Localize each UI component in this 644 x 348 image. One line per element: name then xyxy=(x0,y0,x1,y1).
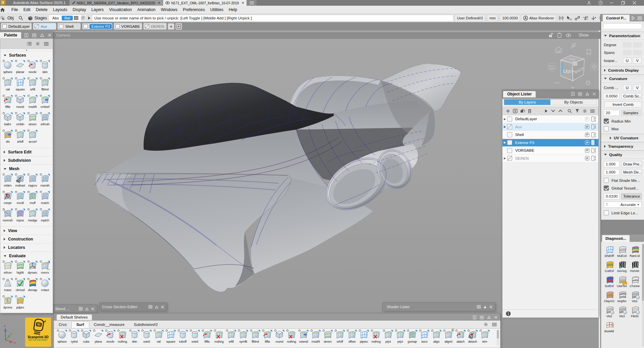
pickable-badge[interactable]: P xyxy=(585,117,589,121)
pickable-badge[interactable]: P xyxy=(585,156,589,160)
section-curvature[interactable]: Curvature xyxy=(601,74,644,83)
palette-menu-icon[interactable] xyxy=(44,42,49,46)
layer-visibility-checkbox[interactable] xyxy=(59,24,63,28)
lister-visibility-checkbox[interactable] xyxy=(507,124,512,129)
shelf-tabbar[interactable]: Default Shelves xyxy=(54,313,500,321)
tool-srfcon[interactable]: srfcon xyxy=(2,261,14,278)
document-tab-active[interactable]: N171_EXT_OML-1607_forBrian_16-07-2019 ✕ xyxy=(163,0,247,6)
tool-medge[interactable]: medge xyxy=(26,208,39,226)
shelf-tool-align-31[interactable]: align xyxy=(430,329,442,343)
layer-chip-vorgabe[interactable]: VORGABE xyxy=(114,23,142,30)
shelf-tool-prjct-27[interactable]: prjct xyxy=(382,329,394,343)
by-layers-tab[interactable]: By Layers xyxy=(504,99,550,105)
radius-min-checkbox[interactable] xyxy=(604,119,609,124)
layer-symmetry-icon[interactable] xyxy=(591,148,594,153)
shelf-tool-revolv-4[interactable]: revolv xyxy=(104,329,116,343)
diagnostics-scrollbar[interactable] xyxy=(642,244,644,346)
panel-list-icon[interactable] xyxy=(480,316,484,319)
accuracy-dropdown[interactable]: TAccurate▼ xyxy=(604,202,642,208)
shelf-tool-attach-33[interactable]: attach xyxy=(454,329,467,343)
lock-icon[interactable] xyxy=(549,33,553,38)
duplicate-icon[interactable] xyxy=(520,109,525,113)
shelf-tool-cylnd-1[interactable]: cylnd xyxy=(68,329,80,343)
diagnostic-usetex[interactable]: UseTex xyxy=(615,275,628,288)
tool-srfmsh[interactable]: srfmsh xyxy=(39,112,51,130)
abs-toggle[interactable]: Abs xyxy=(50,16,62,20)
tool-msbset[interactable]: msbset xyxy=(14,173,26,191)
draw-precision-button[interactable]: Draw Pre... xyxy=(621,161,642,167)
lister-row-aux[interactable]: ▶ Aux P xyxy=(502,123,598,131)
lister-visibility-checkbox[interactable] xyxy=(507,156,512,161)
menu-animation[interactable]: Animation xyxy=(135,7,158,12)
pickable-badge[interactable]: P xyxy=(585,148,589,153)
lister-row-defaultlayer[interactable]: ▶ DefaultLayer P xyxy=(502,115,598,123)
panel-list-icon[interactable] xyxy=(79,307,83,310)
layer-symmetry-icon[interactable] xyxy=(591,132,594,137)
collapse-all-icon[interactable] xyxy=(558,110,562,112)
home-icon[interactable] xyxy=(0,8,9,12)
diagnostic-mulcol[interactable]: MulCol xyxy=(615,245,628,258)
diagnostic-curevl[interactable]: CurEvl xyxy=(603,260,615,273)
lister-visibility-checkbox[interactable] xyxy=(507,132,512,137)
tool-stnsm[interactable]: stnsm xyxy=(26,112,39,130)
shelf-tool-rail-8[interactable]: rail xyxy=(153,329,165,343)
shelf-tool-nothng-26[interactable]: nothng xyxy=(370,329,382,343)
lister-gear-icon[interactable] xyxy=(583,109,587,113)
shelf-tool-extrd-7[interactable]: extrd xyxy=(141,329,153,343)
panel-resize-icon[interactable] xyxy=(473,316,476,319)
shelf-tool-gomap-29[interactable]: gomap xyxy=(406,329,418,343)
menu-file[interactable]: File xyxy=(9,7,21,12)
shelf-tab-surf[interactable]: Surf xyxy=(71,321,89,328)
tool-dvmap[interactable]: dvmap xyxy=(26,278,39,295)
pick-nothing-icon[interactable]: 3x xyxy=(567,16,572,20)
panel-collapse-icon[interactable] xyxy=(155,305,158,308)
lister-row-shell[interactable]: Shell P xyxy=(502,131,598,139)
shelf-tool-nothng-13[interactable]: nothng xyxy=(213,329,225,343)
visibility-eye-icon[interactable] xyxy=(566,33,571,37)
obj-label[interactable]: Obj xyxy=(7,16,14,20)
search-icon[interactable] xyxy=(18,16,23,20)
comb-scale-button[interactable]: Comb Sc... xyxy=(621,93,642,99)
menu-layouts[interactable]: Layouts xyxy=(50,7,70,12)
new-layer-button[interactable]: + xyxy=(168,23,174,30)
tolerance-button[interactable]: Tolerance xyxy=(621,193,642,199)
document-tab-inactive[interactable]: N061_RR_SIERRA_EXT_Ideation_BPO_04032020… xyxy=(69,0,163,6)
shelf-tool-stnsm-22[interactable]: stnsm xyxy=(322,329,334,343)
shelf-window-tab[interactable]: Default Shelves xyxy=(57,315,92,320)
shelf-tool-filfla-12[interactable]: filfla xyxy=(201,329,213,343)
panel-collapse-icon[interactable] xyxy=(586,92,589,95)
diagnostic-filest[interactable]: FileSt xyxy=(628,305,641,318)
user-account-icon[interactable] xyxy=(587,1,598,5)
tool-square[interactable]: square xyxy=(14,77,26,95)
lister-row-vorgabe[interactable]: VORGABE P xyxy=(502,147,598,155)
diagnostics-tab[interactable]: Diagnosti... xyxy=(602,235,630,242)
limit-edge-checkbox[interactable] xyxy=(604,210,609,215)
tool-srfill[interactable]: srfill xyxy=(26,77,39,95)
link-icon[interactable] xyxy=(575,16,580,20)
menu-preferences[interactable]: Preferences xyxy=(180,7,208,12)
blend-panel-titlebar[interactable]: Blend ... xyxy=(52,304,97,313)
panel-list-icon[interactable] xyxy=(32,33,36,37)
object-lister-titlebar[interactable]: Object Lister xyxy=(502,90,599,98)
tool-mptch[interactable]: mptch xyxy=(39,208,51,226)
tool-srfoff[interactable]: srfoff xyxy=(14,130,26,147)
tool-round[interactable]: round xyxy=(14,95,26,112)
pick-object-icon[interactable] xyxy=(0,15,6,21)
palette-section-surfaces[interactable]: Surfaces xyxy=(0,51,53,59)
shelf-tool-filfla-17[interactable]: filfla xyxy=(261,329,273,343)
shelf-tool-extend-20[interactable]: extend xyxy=(298,329,310,343)
panel-close-icon[interactable] xyxy=(593,92,596,95)
diagnostic-vis2[interactable]: Vis2 xyxy=(603,305,615,318)
add-folder-icon[interactable] xyxy=(513,109,518,113)
menu-help[interactable]: Help xyxy=(226,7,240,12)
shelf-tab-crvs[interactable]: Crvs xyxy=(54,322,71,328)
diagnostic-ltunne[interactable]: LTunne xyxy=(628,275,641,288)
pickable-badge[interactable]: P xyxy=(585,140,589,145)
layer-visibility-checkbox[interactable] xyxy=(145,24,149,28)
tool-crnbln[interactable]: crnbln xyxy=(14,112,26,130)
tool-dynms[interactable]: dynms xyxy=(2,295,14,313)
object-lister-tab[interactable]: Object Lister xyxy=(503,91,536,97)
layer-chip-defaultlayer[interactable]: DefaultLayer xyxy=(1,23,32,30)
section-transparency[interactable]: Transparency xyxy=(601,142,644,150)
tool-mcoll[interactable]: mcoll xyxy=(14,191,26,208)
